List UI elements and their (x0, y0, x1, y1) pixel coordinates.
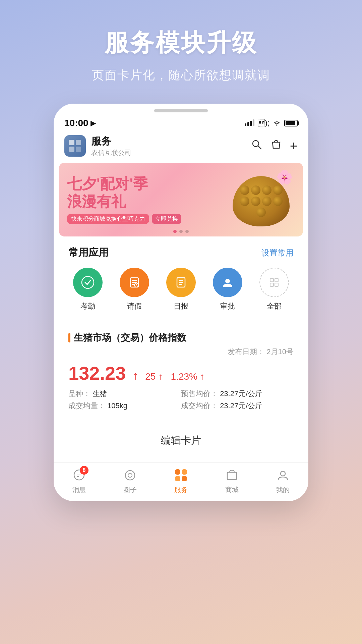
app-header: 服务 农信互联公司 + (54, 132, 308, 163)
nav-label-mine: 我的 (276, 485, 290, 494)
mall-icon (224, 467, 240, 483)
page-subtitle: 页面卡片化，随心所欲想调就调 (92, 67, 270, 84)
nav-item-mine[interactable]: 我的 (257, 467, 308, 494)
status-time: 10:00 ▶ (64, 118, 96, 128)
market-detail-3: 成交均价： 23.27元/公斤 (181, 401, 294, 411)
svg-point-28 (128, 473, 132, 477)
svg-rect-29 (227, 472, 237, 480)
qingjia-icon (120, 268, 149, 297)
banner-image: 🌸 (229, 169, 296, 230)
svg-rect-21 (270, 283, 274, 286)
bag-icon[interactable] (270, 139, 282, 153)
banner-link[interactable]: 立即兑换 (152, 214, 181, 224)
nav-label-circle: 圈子 (123, 485, 137, 494)
banner-title-2: 浪漫有礼 (67, 193, 215, 211)
wifi-icon: ); (258, 119, 269, 127)
market-title: 生猪市场（交易）价格指数 (74, 331, 186, 344)
svg-marker-26 (76, 477, 79, 479)
banner-dots (173, 230, 189, 233)
svg-rect-3 (76, 147, 81, 152)
signal-icon (245, 120, 254, 126)
app-item-ribao[interactable]: 日报 (158, 268, 204, 311)
page-title: 服务模块升级 (92, 27, 270, 59)
search-icon[interactable] (251, 139, 262, 153)
nav-item-message[interactable]: 8 消息 (54, 467, 105, 494)
circle-icon (122, 467, 138, 483)
nav-label-mall: 商城 (225, 485, 239, 494)
bottom-nav: 8 消息 圈子 服务 (54, 462, 308, 501)
price-arrow: ↑ (132, 369, 138, 383)
market-section: 生猪市场（交易）价格指数 发布日期： 2月10号 132.23 ↑ 25 ↑ 1… (59, 325, 303, 419)
common-apps-title: 常用应用 (68, 246, 109, 260)
app-label-kaiqin: 考勤 (80, 301, 95, 311)
market-price-row: 132.23 ↑ 25 ↑ 1.23% ↑ (68, 362, 294, 384)
app-item-all[interactable]: 全部 (251, 268, 298, 311)
common-apps-section: 常用应用 设置常用 考勤 (59, 239, 303, 319)
wifi-icon (273, 120, 281, 126)
status-bar: 10:00 ▶ ); (54, 112, 308, 132)
svg-line-5 (258, 146, 261, 149)
market-change: 25 ↑ 1.23% ↑ (145, 371, 204, 382)
app-grid: 考勤 请假 (59, 265, 303, 319)
app-name: 服务 (91, 135, 131, 148)
svg-rect-2 (69, 147, 74, 152)
nav-label-service: 服务 (174, 485, 188, 494)
message-badge: 8 (80, 466, 88, 475)
app-label-ribao: 日报 (174, 301, 188, 311)
shenpi-icon (213, 268, 242, 297)
app-subtitle: 农信互联公司 (91, 148, 131, 157)
ribao-icon (166, 268, 196, 297)
svg-rect-0 (69, 140, 74, 145)
svg-point-6 (82, 276, 94, 288)
market-date-label: 发布日期： 2月10号 (228, 347, 294, 356)
svg-point-27 (125, 471, 135, 480)
market-details: 品种： 生猪 预售均价： 23.27元/公斤 成交均量： 105kg 成交均价：… (68, 389, 294, 411)
status-icons: ); (245, 119, 298, 127)
all-icon (259, 268, 289, 297)
svg-rect-19 (270, 278, 274, 282)
nav-item-service[interactable]: 服务 (156, 467, 206, 494)
app-item-qingjia[interactable]: 请假 (111, 268, 158, 311)
app-label-shenpi: 审批 (220, 301, 235, 311)
market-detail-2: 成交均量： 105kg (68, 401, 181, 411)
banner-sub-text: 快来积分商城兑换心型巧克力 (67, 214, 149, 224)
svg-rect-22 (275, 283, 278, 286)
app-logo (64, 135, 86, 157)
edit-card-button[interactable]: 编辑卡片 (59, 424, 303, 457)
banner-title-1: 七夕'配对'季 (67, 175, 215, 193)
phone-notch (154, 109, 208, 112)
phone-mockup: 10:00 ▶ ); (54, 104, 308, 501)
svg-point-18 (225, 279, 230, 283)
market-indicator (68, 333, 70, 342)
service-icon (173, 467, 189, 483)
app-label-qingjia: 请假 (127, 301, 142, 311)
market-detail-1: 预售均价： 23.27元/公斤 (181, 389, 294, 399)
banner[interactable]: 七夕'配对'季 浪漫有礼 快来积分商城兑换心型巧克力 立即兑换 🌸 (59, 163, 303, 236)
message-icon: 8 (71, 467, 87, 483)
svg-point-30 (281, 471, 285, 476)
mine-icon (275, 467, 291, 483)
market-detail-0: 品种： 生猪 (68, 389, 181, 399)
add-icon[interactable]: + (290, 139, 298, 154)
battery-icon (284, 120, 298, 126)
nav-item-circle[interactable]: 圈子 (105, 467, 156, 494)
svg-rect-20 (275, 278, 278, 282)
market-price: 132.23 (68, 362, 126, 384)
app-item-kaiqin[interactable]: 考勤 (64, 268, 111, 311)
nav-item-mall[interactable]: 商城 (206, 467, 257, 494)
app-item-shenpi[interactable]: 审批 (204, 268, 251, 311)
location-icon: ▶ (90, 119, 96, 127)
svg-rect-1 (76, 140, 81, 145)
nav-label-message: 消息 (72, 485, 86, 494)
app-label-all: 全部 (267, 301, 282, 311)
set-common-action[interactable]: 设置常用 (261, 248, 294, 258)
kaiqin-icon (73, 268, 103, 297)
